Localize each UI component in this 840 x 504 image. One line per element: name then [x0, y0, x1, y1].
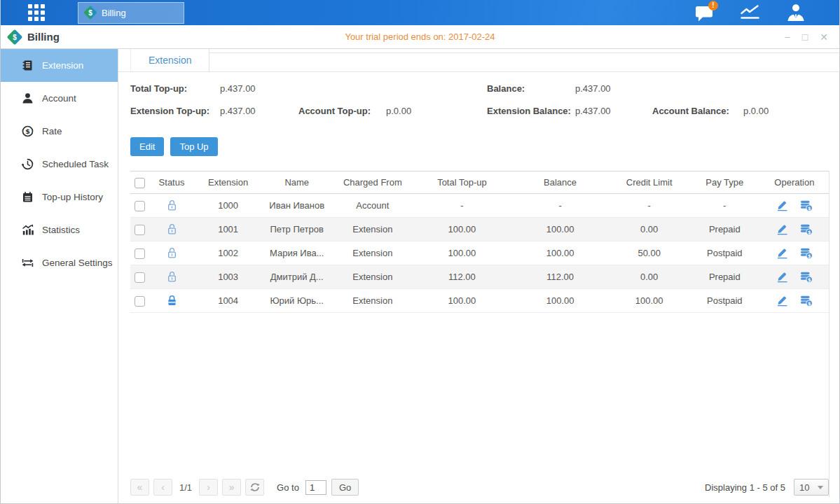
cell-name: Дмитрий Д...	[261, 265, 332, 289]
sidebar-item-label: Top-up History	[42, 192, 103, 202]
table-row[interactable]: 1003Дмитрий Д...Extension112.00112.000.0…	[130, 265, 829, 289]
topup-coins-icon[interactable]: $	[800, 200, 813, 211]
cell-pay-type: Postpaid	[689, 289, 760, 313]
trial-notice: Your trial period ends on: 2017-02-24	[1, 31, 839, 42]
summary-label-total-top-up: Total Top-up:	[130, 83, 187, 94]
sidebar-item-top-up-history[interactable]: Top-up History	[1, 181, 118, 214]
last-page-icon[interactable]: »	[222, 479, 241, 496]
monitor-chart-icon[interactable]	[739, 4, 762, 22]
cell-extension: 1000	[195, 194, 261, 218]
user-menu-icon[interactable]	[785, 4, 807, 22]
prev-page-icon[interactable]: ‹	[153, 479, 172, 496]
sidebar-item-extension[interactable]: Extension	[1, 49, 118, 82]
summary-label-extension-top-up: Extension Top-up:	[130, 106, 209, 116]
edit-pencil-icon[interactable]	[776, 200, 788, 211]
minimize-icon[interactable]: −	[785, 32, 790, 42]
cell-balance: 100.00	[511, 218, 610, 241]
topup-coins-icon[interactable]: $	[800, 248, 813, 259]
sidebar-item-statistics[interactable]: Statistics	[1, 214, 118, 246]
sidebar-item-label: General Settings	[42, 258, 113, 268]
maximize-icon[interactable]: □	[802, 32, 808, 42]
first-page-icon[interactable]: «	[130, 479, 149, 496]
cell-total-top-up: -	[413, 194, 511, 218]
summary-value-account-top-up: p.0.00	[386, 106, 411, 116]
col-balance: Balance	[511, 172, 610, 194]
tab-strip-filler	[209, 52, 839, 71]
row-checkbox[interactable]	[135, 201, 145, 211]
extension-icon	[22, 59, 34, 71]
row-checkbox[interactable]	[135, 248, 145, 259]
app-launcher-icon[interactable]	[25, 1, 48, 24]
tab-extension[interactable]: Extension	[130, 49, 209, 71]
taskbar-tab-billing[interactable]: $ Billing	[78, 2, 184, 24]
sidebar-item-rate[interactable]: $Rate	[1, 115, 118, 148]
extension-grid-panel: StatusExtensionNameCharged FromTotal Top…	[130, 171, 829, 497]
edit-button[interactable]: Edit	[130, 137, 164, 156]
table-row[interactable]: 1004Юрий Юрь...Extension100.00100.00100.…	[130, 289, 829, 313]
table-row[interactable]: 1002Мария Ива...Extension100.00100.0050.…	[130, 241, 829, 265]
statistics-icon	[22, 224, 34, 236]
window-controls: − □ ✕	[785, 32, 828, 42]
goto-page-input[interactable]	[305, 480, 326, 495]
cell-extension: 1002	[195, 241, 261, 265]
edit-pencil-icon[interactable]	[776, 248, 788, 259]
lock-open-icon	[167, 223, 177, 235]
refresh-icon[interactable]	[245, 479, 264, 496]
topup-coins-icon[interactable]: $	[800, 272, 813, 283]
cell-credit-limit: 0.00	[610, 218, 689, 241]
account-icon	[22, 92, 34, 104]
cell-name: Иван Иванов	[261, 194, 332, 218]
go-button[interactable]: Go	[331, 479, 359, 496]
window-titlebar: $ Billing Your trial period ends on: 201…	[1, 25, 839, 49]
svg-text:$: $	[808, 276, 811, 282]
page-size-select[interactable]: 10	[794, 479, 829, 496]
cell-name: Мария Ива...	[261, 241, 332, 265]
scheduled-task-icon	[22, 158, 34, 170]
summary-value-total-top-up: p.437.00	[220, 83, 256, 94]
table-row[interactable]: 1000Иван ИвановAccount----$	[130, 194, 829, 218]
sidebar-item-account[interactable]: Account	[1, 82, 118, 115]
close-icon[interactable]: ✕	[820, 32, 828, 42]
sidebar: ExtensionAccount$RateScheduled TaskTop-u…	[1, 49, 118, 503]
notifications-icon[interactable]: !	[694, 4, 716, 22]
lock-closed-icon	[167, 295, 177, 307]
select-all-checkbox[interactable]	[135, 178, 145, 188]
notification-badge: !	[708, 1, 718, 10]
main-area: ExtensionAccount$RateScheduled TaskTop-u…	[1, 49, 839, 503]
cell-operation: $	[760, 241, 829, 265]
edit-pencil-icon[interactable]	[776, 295, 788, 307]
cell-charged-from: Extension	[332, 265, 413, 289]
top-up-button[interactable]: Top Up	[170, 137, 217, 156]
edit-pencil-icon[interactable]	[776, 272, 788, 283]
table-row[interactable]: 1001Петр ПетровExtension100.00100.000.00…	[130, 218, 829, 241]
topup-coins-icon[interactable]: $	[800, 224, 813, 235]
summary-label-account-top-up: Account Top-up:	[298, 106, 371, 116]
cell-select	[130, 265, 149, 289]
summary-value-extension-balance: p.437.00	[575, 106, 611, 116]
cell-select	[130, 289, 149, 313]
page-indicator: 1/1	[179, 482, 192, 493]
col-extension: Extension	[195, 172, 261, 194]
cell-extension: 1003	[195, 265, 261, 289]
cell-status	[149, 194, 195, 218]
cell-total-top-up: 100.00	[413, 218, 511, 241]
row-checkbox[interactable]	[135, 225, 145, 235]
cell-status	[149, 218, 195, 241]
topup-coins-icon[interactable]: $	[800, 295, 813, 307]
cell-balance: 100.00	[511, 241, 610, 265]
cell-status	[149, 265, 195, 289]
edit-pencil-icon[interactable]	[776, 224, 788, 235]
topbar-right-icons: !	[694, 4, 839, 22]
sidebar-item-general-settings[interactable]: General Settings	[1, 246, 118, 279]
summary-label-balance: Balance:	[487, 83, 525, 94]
cell-balance: 112.00	[511, 265, 610, 289]
balance-summary: Total Top-up:p.437.00Balance:p.437.00Ext…	[130, 72, 829, 132]
cell-charged-from: Account	[332, 194, 413, 218]
col-name: Name	[261, 172, 332, 194]
row-checkbox[interactable]	[135, 272, 145, 283]
row-checkbox[interactable]	[135, 296, 145, 307]
cell-pay-type: -	[689, 194, 760, 218]
summary-value-account-balance: p.0.00	[743, 106, 769, 116]
next-page-icon[interactable]: ›	[199, 479, 218, 496]
sidebar-item-scheduled-task[interactable]: Scheduled Task	[1, 148, 118, 181]
